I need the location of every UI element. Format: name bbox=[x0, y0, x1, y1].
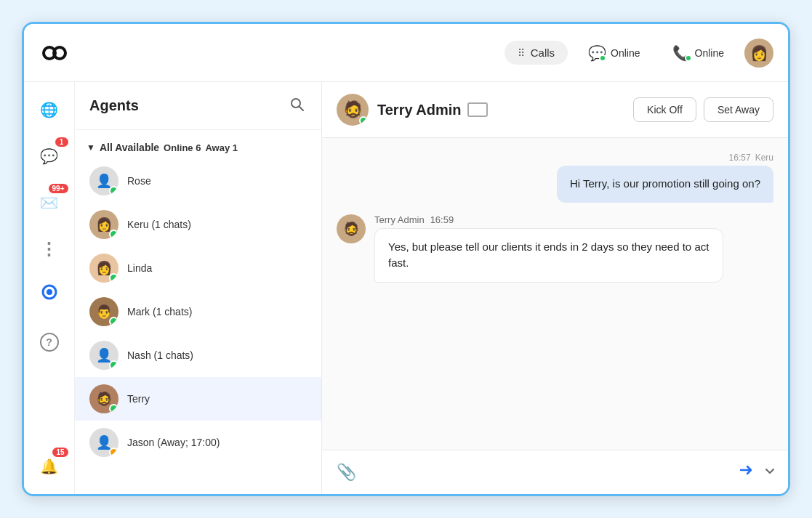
mail-icon: ✉️ bbox=[40, 194, 58, 211]
sidebar-item-more[interactable]: ⋮ bbox=[33, 233, 65, 265]
help-icon: ? bbox=[40, 333, 59, 352]
rose-status-dot bbox=[109, 186, 118, 195]
linda-status-dot bbox=[109, 273, 118, 283]
agent-avatar-terry: 🧔 bbox=[89, 384, 118, 413]
phone-status-icon: 📞 bbox=[672, 44, 691, 62]
chat-area: 🧔 Terry Admin Kick Off Set Away 16:57 bbox=[322, 82, 788, 494]
away-count-label: Away 1 bbox=[205, 142, 238, 153]
keru-face-icon: 👩 bbox=[96, 216, 112, 232]
mark-face-icon: 👨 bbox=[96, 304, 112, 320]
chat-header-actions: Kick Off Set Away bbox=[633, 97, 773, 122]
calls-label: Calls bbox=[531, 46, 555, 59]
more-dots-icon: ⋮ bbox=[40, 239, 59, 259]
message-text-1: Yes, but please tell our clients it ends… bbox=[388, 240, 709, 270]
agents-panel: Agents ▼ All Available Onlin bbox=[75, 82, 322, 494]
agent-item-mark[interactable]: 👨 Mark (1 chats) bbox=[75, 290, 321, 333]
online-label-1: Online bbox=[611, 47, 640, 59]
nash-status-dot bbox=[109, 360, 118, 370]
agent-avatar-linda: 👩 bbox=[89, 254, 118, 283]
chevron-down-icon[interactable] bbox=[763, 464, 776, 481]
outgoing-meta: Terry Admin 16:59 bbox=[374, 214, 723, 225]
agents-header: Agents bbox=[75, 82, 321, 130]
agent-name-mark: Mark (1 chats) bbox=[127, 306, 192, 317]
agent-name-keru: Keru (1 chats) bbox=[127, 219, 191, 230]
agent-item-keru[interactable]: 👩 Keru (1 chats) bbox=[75, 203, 321, 246]
phone-status-badge: 📞 Online bbox=[661, 39, 736, 68]
outgoing-row: 🧔 Terry Admin 16:59 Yes, but please tell… bbox=[337, 214, 773, 283]
calls-button[interactable]: ⠿ Calls bbox=[505, 41, 568, 65]
user-avatar-top[interactable] bbox=[744, 39, 773, 68]
agents-title: Agents bbox=[89, 97, 139, 114]
agent-item-rose[interactable]: 👤 Rose bbox=[75, 159, 321, 203]
message-time-0: 16:57 bbox=[729, 153, 751, 163]
chat-agent-face-icon: 🧔 bbox=[343, 100, 363, 119]
agent-item-linda[interactable]: 👩 Linda bbox=[75, 246, 321, 290]
jason-face-icon: 👤 bbox=[96, 434, 112, 450]
set-away-button[interactable]: Set Away bbox=[704, 97, 773, 122]
sidebar-item-globe[interactable]: 🌐 bbox=[33, 94, 65, 126]
search-button[interactable] bbox=[286, 94, 307, 118]
agent-avatar-jason: 👤 bbox=[89, 428, 118, 457]
sidebar-item-help[interactable]: ? bbox=[33, 326, 65, 358]
logo bbox=[39, 37, 71, 69]
chat-input-area: 📎 bbox=[322, 450, 788, 494]
outgoing-avatar: 🧔 bbox=[337, 214, 366, 243]
agent-item-jason[interactable]: 👤 Jason (Away; 17:00) bbox=[75, 421, 321, 464]
attach-button[interactable]: 📎 bbox=[334, 460, 359, 485]
agents-list: ▼ All Available Online 6 Away 1 👤 Ro bbox=[75, 130, 321, 494]
collapse-icon: ▼ bbox=[87, 142, 95, 153]
outgoing-content: Terry Admin 16:59 Yes, but please tell o… bbox=[374, 214, 723, 283]
globe-icon: 🌐 bbox=[40, 101, 58, 118]
sidebar-item-mail[interactable]: ✉️ 99+ bbox=[33, 187, 65, 219]
terry-face-icon: 🧔 bbox=[96, 391, 112, 407]
agent-item-terry[interactable]: 🧔 Terry bbox=[75, 377, 321, 421]
outgoing-face-icon: 🧔 bbox=[343, 221, 359, 237]
chat-input[interactable] bbox=[368, 458, 728, 487]
chat-agent-name-label: Terry Admin bbox=[377, 102, 462, 118]
location-icon bbox=[41, 284, 57, 308]
user-avatar-face bbox=[750, 44, 768, 62]
agent-avatar-nash: 👤 bbox=[89, 341, 118, 370]
mail-badge: 99+ bbox=[49, 184, 68, 193]
agent-item-nash[interactable]: 👤 Nash (1 chats) bbox=[75, 333, 321, 377]
kick-off-button[interactable]: Kick Off bbox=[633, 97, 696, 122]
chat-window-icon bbox=[467, 102, 488, 117]
message-meta-incoming: 16:57 Keru bbox=[337, 153, 773, 163]
message-bubble-outgoing: Yes, but please tell our clients it ends… bbox=[374, 228, 723, 283]
attach-icon: 📎 bbox=[337, 463, 356, 481]
agent-name-terry: Terry bbox=[127, 393, 150, 405]
top-bar: ⠿ Calls 💬 Online 📞 Online bbox=[24, 24, 788, 82]
linda-face-icon: 👩 bbox=[96, 260, 112, 276]
message-bubble-incoming: Hi Terry, is our promotion still going o… bbox=[557, 166, 773, 203]
main-content: 🌐 💬 1 ✉️ 99+ ⋮ bbox=[24, 82, 788, 494]
chat-header-name: Terry Admin bbox=[377, 102, 624, 118]
online-label-2: Online bbox=[695, 47, 724, 59]
svg-point-4 bbox=[292, 99, 300, 108]
rose-face-icon: 👤 bbox=[96, 173, 112, 189]
send-button[interactable] bbox=[737, 461, 755, 483]
agent-avatar-rose: 👤 bbox=[89, 166, 118, 195]
agent-name-linda: Linda bbox=[127, 262, 152, 274]
mark-status-dot bbox=[109, 317, 118, 326]
agent-name-nash: Nash (1 chats) bbox=[127, 349, 193, 361]
agent-avatar-keru: 👩 bbox=[89, 210, 118, 239]
jason-status-dot bbox=[109, 448, 118, 457]
group-header[interactable]: ▼ All Available Online 6 Away 1 bbox=[75, 136, 321, 159]
online-count-label: Online 6 bbox=[164, 142, 201, 153]
agent-name-jason: Jason (Away; 17:00) bbox=[127, 437, 220, 448]
outgoing-time: 16:59 bbox=[430, 214, 454, 225]
grid-icon: ⠿ bbox=[518, 47, 525, 59]
nash-face-icon: 👤 bbox=[96, 347, 112, 363]
chat-status-badge: 💬 Online bbox=[576, 39, 651, 68]
chat-icon: 💬 bbox=[40, 147, 58, 165]
bell-badge: 15 bbox=[52, 448, 68, 457]
message-sender-0: Keru bbox=[755, 153, 773, 163]
sidebar-item-location[interactable] bbox=[33, 280, 65, 312]
message-row-outgoing: 🧔 Terry Admin 16:59 Yes, but please tell… bbox=[337, 214, 773, 283]
messages-area[interactable]: 16:57 Keru Hi Terry, is our promotion st… bbox=[322, 138, 788, 450]
sidebar-item-bell[interactable]: 🔔 15 bbox=[33, 450, 65, 482]
chat-badge: 1 bbox=[55, 137, 68, 147]
sidebar-item-chat[interactable]: 💬 1 bbox=[33, 140, 65, 172]
terry-status-dot bbox=[109, 404, 118, 413]
app-frame: ⠿ Calls 💬 Online 📞 Online bbox=[22, 22, 790, 496]
